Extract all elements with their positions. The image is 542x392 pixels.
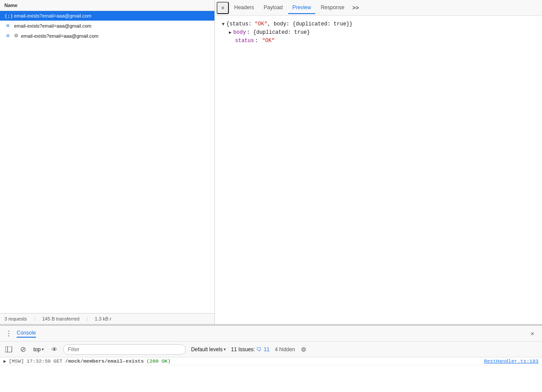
json-body-key: body	[233, 29, 246, 37]
console-toolbar: ⋮ Console ×	[0, 326, 542, 342]
log-levels-selector[interactable]: Default levels ▾	[189, 346, 228, 353]
request-item[interactable]: {;} email-exists?email=aaa@gmail.com	[0, 11, 214, 21]
close-detail-button[interactable]: ×	[217, 2, 229, 14]
xhr-icon: ≡	[4, 22, 11, 29]
console-panel: ⋮ Console × ⊘ top ▾ 👁 Default levels ▾ 1…	[0, 324, 542, 392]
requests-count: 3 requests	[4, 316, 27, 321]
log-levels-dropdown-icon: ▾	[224, 347, 226, 352]
request-item[interactable]: ≡ email-exists?email=aaa@gmail.com	[0, 21, 214, 31]
preflight-icon: {;}	[4, 13, 11, 19]
name-panel: Name {;} email-exists?email=aaa@gmail.co…	[0, 0, 215, 324]
issues-badge: 11 Issues: 🗨 11	[231, 346, 270, 353]
issues-label: 11 Issues:	[231, 346, 255, 353]
preview-content: {status: "OK", body: {duplicated: true}}…	[215, 16, 542, 324]
json-root-line: {status: "OK", body: {duplicated: true}}	[222, 20, 535, 29]
bytes-transferred: 145 B transferred	[42, 316, 79, 321]
request-name: email-exists?email=aaa@gmail.com	[14, 13, 92, 18]
log-levels-label: Default levels	[191, 346, 223, 353]
json-status-value: "OK"	[262, 37, 275, 45]
gear-icon: ⚙	[14, 33, 18, 39]
devtools-menu-button[interactable]: ⋮	[4, 328, 14, 339]
svg-rect-0	[5, 346, 12, 352]
context-dropdown-icon: ▾	[42, 347, 44, 352]
log-expand-arrow[interactable]: ▶	[4, 359, 6, 364]
log-path: /mock/members/email-exists	[65, 358, 143, 364]
network-panel: Name {;} email-exists?email=aaa@gmail.co…	[0, 0, 542, 324]
context-selector[interactable]: top ▾	[32, 346, 46, 353]
settings-icon[interactable]: ⚙	[299, 344, 309, 355]
name-column-header: Name	[0, 0, 214, 11]
log-method: GET	[53, 358, 63, 364]
request-list: {;} email-exists?email=aaa@gmail.com ≡ e…	[0, 11, 214, 313]
detail-panel: × Headers Payload Preview Response >> {s…	[215, 0, 542, 324]
detail-tabs: × Headers Payload Preview Response >>	[215, 0, 542, 16]
log-status: (200 OK)	[146, 358, 171, 364]
xhr-icon: ≡	[4, 32, 11, 39]
issues-count: 11	[264, 346, 269, 353]
request-name: email-exists?email=aaa@gmail.com	[14, 23, 92, 29]
console-filter-input[interactable]	[63, 344, 186, 355]
eye-icon[interactable]: 👁	[49, 344, 60, 355]
json-status-key: status	[235, 37, 254, 45]
network-footer: 3 requests | 145 B transferred | 1.3 kB …	[0, 313, 214, 324]
tab-preview[interactable]: Preview	[288, 2, 316, 14]
request-name: email-exists?email=aaa@gmail.com	[21, 33, 99, 39]
json-root-text: {status: "OK", body: {duplicated: true}}	[226, 20, 353, 29]
context-label: top	[33, 346, 41, 353]
console-tab[interactable]: Console	[17, 330, 36, 338]
log-timestamp: 17:32:50	[27, 358, 51, 364]
hidden-count: 4 hidden	[275, 346, 295, 353]
tab-payload[interactable]: Payload	[259, 2, 287, 14]
tab-headers[interactable]: Headers	[230, 2, 258, 14]
json-status-line: status : "OK"	[229, 37, 535, 45]
log-source-link[interactable]: RestHandler.ts:183	[484, 358, 538, 364]
expand-body-arrow[interactable]	[229, 29, 232, 36]
resource-size: 1.3 kB r	[95, 316, 111, 321]
console-log-item: ▶ [MSW] 17:32:50 GET /mock/members/email…	[0, 357, 542, 365]
issues-icon: 🗨	[257, 346, 262, 353]
sidebar-toggle-icon[interactable]	[4, 344, 14, 355]
network-content: Name {;} email-exists?email=aaa@gmail.co…	[0, 0, 542, 324]
json-body-line: body : {duplicated: true}	[229, 29, 535, 37]
clear-console-icon[interactable]: ⊘	[18, 344, 28, 355]
log-msw-tag: [MSW]	[9, 358, 24, 364]
close-console-button[interactable]: ×	[526, 328, 538, 340]
expand-root-arrow[interactable]	[222, 21, 225, 28]
console-actions-bar: ⊘ top ▾ 👁 Default levels ▾ 11 Issues: 🗨 …	[0, 342, 542, 357]
tab-more-button[interactable]: >>	[349, 3, 361, 13]
tab-response[interactable]: Response	[316, 2, 349, 14]
console-log-area: ▶ [MSW] 17:32:50 GET /mock/members/email…	[0, 357, 542, 392]
request-item[interactable]: ≡ ⚙ email-exists?email=aaa@gmail.com	[0, 31, 214, 41]
